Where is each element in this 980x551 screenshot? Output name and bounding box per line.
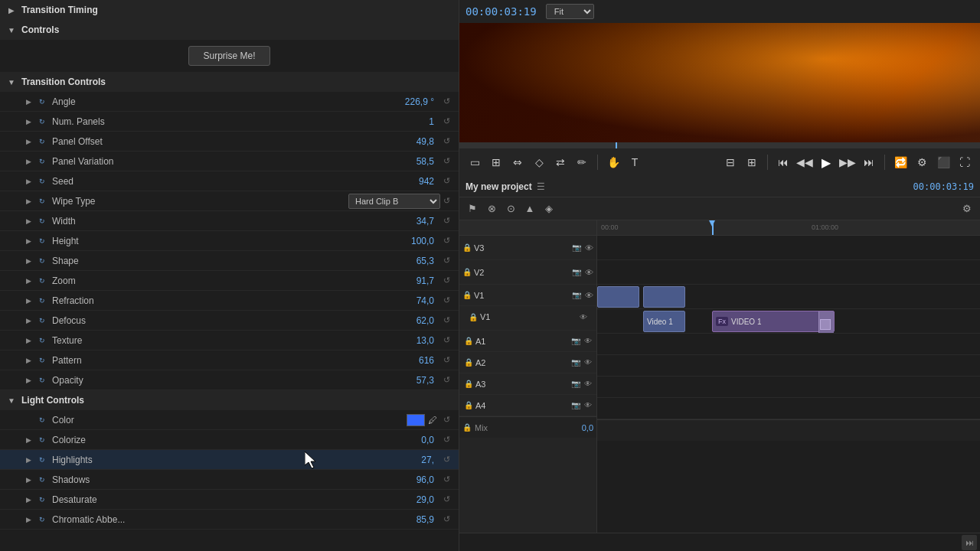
reset-btn[interactable]: ↺ (440, 334, 452, 347)
a3-lock[interactable]: 🔒 (464, 380, 473, 388)
prev-frame-btn[interactable]: ⏮ (774, 153, 792, 171)
wipe-type-dropdown[interactable]: Hard Clip BHard Clip ASoft Clip (348, 194, 440, 209)
expand-arrow[interactable]: ▶ (23, 276, 34, 286)
expand-arrow[interactable]: ▶ (23, 455, 34, 465)
transition-controls-header[interactable]: ▼ Transition Controls (0, 72, 459, 92)
slip-tool-btn[interactable]: ⇄ (551, 153, 570, 171)
expand-arrow[interactable]: ▶ (23, 216, 34, 227)
reset-btn[interactable]: ↺ (440, 255, 452, 267)
controls-header[interactable]: ▼ Controls (0, 20, 459, 40)
v2-lock[interactable]: 🔒 (462, 268, 472, 276)
hand-tool-btn[interactable]: ✋ (604, 153, 622, 171)
v1sub-eye[interactable]: 👁 (580, 313, 587, 321)
timeline-end-btn[interactable]: ⏭ (962, 535, 977, 550)
zoom-in-btn[interactable]: ⊞ (743, 153, 761, 171)
reset-btn[interactable]: ↺ (440, 96, 452, 108)
v2-eye[interactable]: 👁 (585, 268, 593, 277)
expand-arrow[interactable]: ▶ (23, 96, 34, 107)
a4-cam[interactable]: 📷 (571, 401, 580, 409)
fullscreen-btn[interactable]: ⛶ (956, 153, 974, 171)
expand-arrow[interactable]: ▶ (23, 156, 34, 167)
play-btn[interactable]: ▶ (817, 153, 835, 171)
a1-eye[interactable]: 👁 (584, 337, 592, 345)
reset-btn[interactable]: ↺ (440, 434, 452, 446)
pen-tool-btn[interactable]: ✏ (573, 153, 591, 171)
a1-lock[interactable]: 🔒 (464, 337, 473, 345)
v1-fx-clip[interactable]: Fx VIDEO 1 (712, 311, 835, 332)
v1-eye[interactable]: 👁 (585, 291, 593, 300)
reset-btn[interactable]: ↺ (440, 135, 452, 148)
reset-btn[interactable]: ↺ (440, 295, 452, 307)
expand-arrow[interactable]: ▶ (23, 196, 34, 207)
rate-stretch-btn[interactable]: ⇔ (508, 153, 527, 171)
a2-eye[interactable]: 👁 (584, 358, 592, 367)
reset-btn[interactable]: ↺ (440, 315, 452, 327)
reset-btn[interactable]: ↺ (440, 275, 452, 287)
tl-ripple-delete[interactable]: ⊗ (483, 201, 500, 217)
reset-btn[interactable]: ↺ (440, 155, 452, 168)
settings-btn[interactable]: ⚙ (913, 153, 931, 171)
reset-btn[interactable]: ↺ (440, 175, 452, 187)
razor-tool-btn[interactable]: ◇ (530, 153, 548, 171)
expand-arrow[interactable]: ▶ (23, 295, 34, 306)
expand-arrow[interactable]: ▶ (23, 315, 34, 326)
expand-arrow[interactable]: ▶ (23, 176, 34, 187)
expand-arrow[interactable]: ▶ (23, 236, 34, 246)
surprise-me-button[interactable]: Surprise Me! (188, 46, 270, 66)
reset-btn[interactable]: ↺ (440, 414, 452, 426)
v1-clip-2[interactable] (643, 286, 685, 308)
step-back-btn[interactable]: ◀◀ (795, 153, 814, 171)
ripple-tool-btn[interactable]: ⊞ (487, 153, 505, 171)
tl-lift[interactable]: ⊙ (502, 201, 519, 217)
expand-arrow[interactable]: ▶ (23, 256, 34, 266)
select-tool-btn[interactable]: ▭ (466, 153, 484, 171)
expand-arrow[interactable]: ▶ (23, 435, 34, 445)
expand-arrow[interactable]: ▶ (23, 494, 34, 505)
reset-btn[interactable]: ↺ (440, 494, 452, 506)
v1sub-lock[interactable]: 🔒 (469, 313, 478, 321)
loop-btn[interactable]: 🔁 (891, 153, 910, 171)
zoom-out-btn[interactable]: ⊟ (721, 153, 740, 171)
export-btn[interactable]: ⬛ (934, 153, 952, 171)
eyedropper-icon[interactable]: 🖊 (428, 415, 437, 425)
light-controls-header[interactable]: ▼ Light Controls (0, 390, 459, 410)
next-frame-btn[interactable]: ⏭ (860, 153, 878, 171)
expand-arrow[interactable]: ▶ (23, 136, 34, 147)
preview-timeline-bar[interactable] (459, 142, 980, 148)
reset-btn[interactable]: ↺ (440, 195, 452, 207)
v1-cam-icon[interactable]: 📷 (572, 291, 581, 299)
v1-lock[interactable]: 🔒 (462, 291, 472, 299)
expand-arrow[interactable]: ▶ (23, 375, 34, 386)
v3-eye[interactable]: 👁 (585, 243, 593, 253)
a3-eye[interactable]: 👁 (584, 380, 592, 388)
a3-cam[interactable]: 📷 (571, 380, 580, 388)
color-swatch[interactable] (407, 414, 425, 426)
transition-timing-header[interactable]: ▶ Transition Timing (0, 0, 459, 20)
tl-extract[interactable]: ▲ (521, 201, 538, 217)
reset-btn[interactable]: ↺ (440, 374, 452, 386)
expand-arrow[interactable]: ▶ (23, 514, 34, 525)
expand-arrow[interactable]: ▶ (23, 474, 34, 485)
a4-eye[interactable]: 👁 (584, 401, 592, 409)
v2-cam-icon[interactable]: 📷 (572, 268, 581, 276)
tl-add-marker[interactable]: ⚑ (464, 201, 481, 217)
a1-cam[interactable]: 📷 (571, 337, 580, 345)
tl-sequence-settings[interactable]: ⚙ (959, 201, 975, 217)
reset-btn[interactable]: ↺ (440, 116, 452, 128)
tl-comp[interactable]: ◈ (541, 201, 557, 217)
timeline-menu-icon[interactable]: ☰ (537, 181, 545, 192)
expand-arrow[interactable]: ▶ (23, 355, 34, 366)
reset-btn[interactable]: ↺ (440, 474, 452, 486)
v1-clip-1[interactable] (597, 286, 639, 308)
v1-sub-clip[interactable]: Video 1 (643, 311, 685, 332)
a2-cam[interactable]: 📷 (571, 358, 580, 367)
reset-btn[interactable]: ↺ (440, 454, 452, 466)
reset-btn[interactable]: ↺ (440, 215, 452, 227)
reset-btn[interactable]: ↺ (440, 235, 452, 247)
v3-cam-icon[interactable]: 📷 (572, 243, 581, 252)
v3-lock[interactable]: 🔒 (462, 243, 472, 252)
step-fwd-btn[interactable]: ▶▶ (838, 153, 857, 171)
mix-lock[interactable]: 🔒 (462, 423, 472, 432)
a2-lock[interactable]: 🔒 (464, 358, 473, 367)
a4-lock[interactable]: 🔒 (464, 401, 473, 409)
